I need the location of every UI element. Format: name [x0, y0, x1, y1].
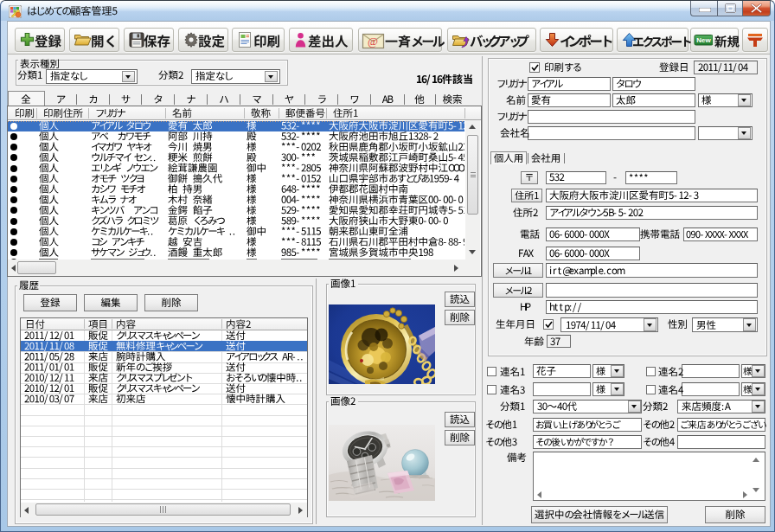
- svg-text:New: New: [696, 36, 711, 44]
- svg-text:@: @: [368, 35, 378, 48]
